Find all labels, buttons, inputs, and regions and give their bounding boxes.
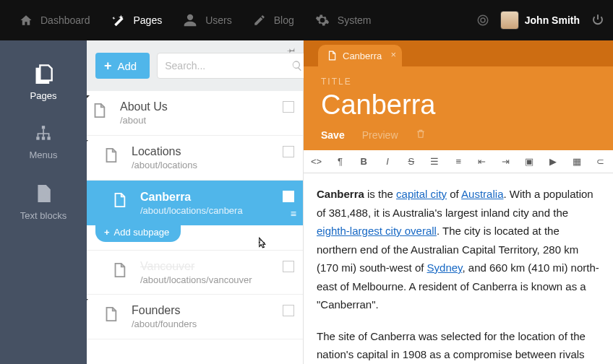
nav-pages[interactable]: Pages [100,0,173,40]
link-icon[interactable]: ⊂ [595,156,606,167]
editor-panel: Canberra × TITLE Canberra Save Preview <… [304,40,613,364]
editor-tabbar: Canberra × [304,40,613,66]
nav-blog[interactable]: Blog [242,0,304,40]
plus-icon: + [104,58,112,74]
outdent-icon[interactable]: ⇤ [477,156,488,167]
checkbox[interactable] [283,191,294,202]
row-menu-icon[interactable]: ≡ [291,208,296,220]
bold-icon[interactable]: B [359,156,369,167]
add-label: Add [118,60,137,72]
nav-label: Pages [134,14,163,26]
plus-icon: + [104,227,110,238]
close-icon[interactable]: × [391,49,397,60]
expand-caret-icon[interactable] [87,299,88,308]
page-path: /about/founders [132,318,197,329]
checkbox[interactable] [283,305,294,316]
page-path: /about [120,115,168,126]
user-icon [182,13,198,27]
editor-header: TITLE Canberra Save Preview [304,66,613,150]
svg-rect-4 [42,136,45,139]
page-title: Canberra [140,191,243,204]
page-list-header: + Add [87,40,303,91]
nav-dashboard[interactable]: Dashboard [9,0,100,40]
save-button[interactable]: Save [321,129,345,141]
pin-icon[interactable] [287,45,296,56]
avatar[interactable] [500,11,519,30]
editor-toolbar: <> ¶ B I S ☰ ≡ ⇤ ⇥ ▣ ▶ ▦ ⊂ [304,150,613,173]
expand-caret-icon[interactable] [87,95,90,104]
page-row[interactable]: About Us /about [87,91,303,136]
search-icon [291,60,303,72]
add-subpage-button[interactable]: + Add subpage [95,222,181,242]
page-title: Vancouver [140,260,252,273]
power-icon [591,13,604,26]
page-icon [103,305,119,326]
pencil-icon [252,14,267,27]
rail-pages[interactable]: Pages [0,53,87,114]
left-rail: Pages Menus Text blocks [0,40,87,364]
indent-icon[interactable]: ⇥ [500,156,511,167]
rail-textblocks[interactable]: Text blocks [0,173,87,234]
nav-label: System [338,14,372,26]
editor-tab[interactable]: Canberra × [318,45,402,66]
svg-point-1 [481,18,485,22]
search-input[interactable] [165,60,291,72]
page-row[interactable]: Founders /about/founders [87,295,303,339]
code-icon[interactable]: <> [311,156,322,167]
nav-label: Dashboard [40,14,90,26]
expand-caret-icon[interactable] [87,140,88,149]
page-title: About Us [120,100,168,113]
page-list: About Us /about Locations /about/locatio… [87,91,303,364]
rail-label: Pages [0,90,87,101]
delete-button[interactable] [416,128,426,142]
checkbox[interactable] [283,101,294,113]
rail-menus[interactable]: Menus [0,114,87,173]
video-icon[interactable]: ▶ [548,156,559,167]
strike-icon[interactable]: S [406,156,416,167]
search-box[interactable] [157,53,311,79]
tab-label: Canberra [343,51,382,61]
checkbox[interactable] [283,261,294,272]
nav-label: Users [205,14,232,26]
svg-point-0 [478,15,488,25]
target-icon[interactable] [473,14,493,27]
top-nav: Dashboard Pages Users Blog System John S… [0,0,613,40]
page-path: /about/locations [132,160,197,170]
home-icon [19,14,33,27]
page-title: Locations [132,145,197,158]
rail-label: Menus [0,150,87,160]
page-list-panel: + Add About Us /about Locations /about/l… [87,40,304,364]
page-icon [91,101,107,122]
logout-button[interactable] [591,13,604,28]
number-list-icon[interactable]: ≡ [453,156,464,167]
add-button[interactable]: + Add [95,53,150,79]
nav-label: Blog [274,14,294,26]
page-row[interactable]: Locations /about/locations [87,136,303,181]
italic-icon[interactable]: I [382,156,393,167]
table-icon[interactable]: ▦ [572,156,583,167]
pages-icon [33,64,54,84]
checkbox[interactable] [283,146,294,157]
image-icon[interactable]: ▣ [524,156,535,167]
preview-button[interactable]: Preview [362,129,398,141]
svg-rect-2 [42,126,45,129]
nav-users[interactable]: Users [172,0,242,40]
page-icon [103,146,119,167]
page-title-heading[interactable]: Canberra [321,90,596,121]
page-row-selected[interactable]: Canberra /about/locations/canbera ≡ [87,181,303,225]
title-label: TITLE [321,77,596,87]
page-path: /about/locations/vancouver [140,274,252,285]
bullet-list-icon[interactable]: ☰ [429,156,440,167]
rail-label: Text blocks [0,210,87,221]
svg-rect-3 [36,136,39,139]
sitemap-icon [33,124,53,143]
nav-system[interactable]: System [304,0,382,40]
page-icon [111,191,127,212]
pilcrow-icon[interactable]: ¶ [335,156,346,167]
wand-icon [111,13,127,27]
page-row[interactable]: Vancouver /about/locations/vancouver [87,250,303,295]
page-icon [111,261,127,282]
username[interactable]: John Smith [525,14,580,26]
editor-body[interactable]: Canberra is the capital city of Australi… [304,173,613,364]
page-path: /about/locations/canbera [140,205,243,216]
